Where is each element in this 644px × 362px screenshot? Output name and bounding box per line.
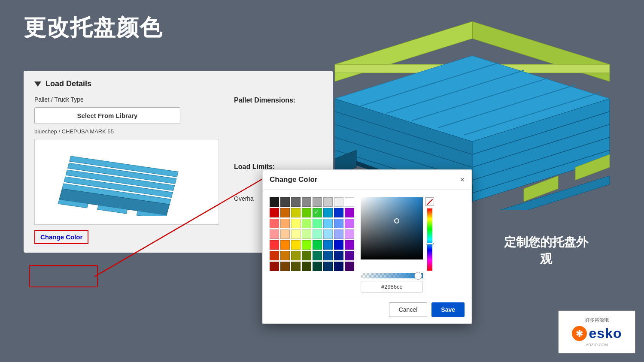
load-details-title: Load Details xyxy=(46,79,91,88)
color-swatch[interactable] xyxy=(334,229,343,239)
pallet-preview-box xyxy=(34,139,219,225)
color-swatch[interactable] xyxy=(334,251,343,260)
color-swatch[interactable] xyxy=(345,197,354,207)
color-swatch[interactable] xyxy=(291,208,301,217)
color-swatch[interactable] xyxy=(280,251,290,260)
load-details-header: Load Details xyxy=(34,79,322,88)
color-swatch[interactable] xyxy=(270,219,279,228)
color-swatch[interactable] xyxy=(313,229,322,239)
color-swatch[interactable] xyxy=(323,240,333,250)
color-swatch[interactable] xyxy=(313,219,322,228)
color-swatch[interactable] xyxy=(313,208,322,217)
color-swatch[interactable] xyxy=(323,251,333,260)
dialog-footer: Cancel Save xyxy=(263,298,471,323)
color-swatch[interactable] xyxy=(323,219,333,228)
color-swatch[interactable] xyxy=(302,219,311,228)
dialog-header: Change Color × xyxy=(263,170,471,190)
color-swatch[interactable] xyxy=(280,229,290,239)
color-swatch[interactable] xyxy=(291,240,301,250)
color-swatch[interactable] xyxy=(334,197,343,207)
color-swatch[interactable] xyxy=(302,208,311,217)
color-swatch[interactable] xyxy=(323,208,333,217)
color-swatch[interactable] xyxy=(334,262,343,271)
dialog-body xyxy=(263,190,471,298)
color-swatch[interactable] xyxy=(323,229,333,239)
opacity-bar[interactable] xyxy=(361,273,423,278)
hex-color-input[interactable] xyxy=(361,281,423,293)
color-picker-area xyxy=(361,197,434,293)
color-swatch[interactable] xyxy=(302,197,311,207)
color-swatch[interactable] xyxy=(313,251,322,260)
color-swatch[interactable] xyxy=(280,197,290,207)
color-swatch[interactable] xyxy=(313,197,322,207)
esko-brand: ✱ esko xyxy=(572,326,622,341)
pallet-dimensions-label: Pallet Dimensions: xyxy=(234,97,295,104)
color-swatch[interactable] xyxy=(291,229,301,239)
color-gradient-picker[interactable] xyxy=(361,197,423,259)
color-swatch[interactable] xyxy=(302,229,311,239)
color-swatch[interactable] xyxy=(291,262,301,271)
color-swatch[interactable] xyxy=(302,240,311,250)
color-swatch[interactable] xyxy=(270,197,279,207)
color-swatch[interactable] xyxy=(302,262,311,271)
color-swatch[interactable] xyxy=(270,240,279,250)
dialog-title: Change Color xyxy=(270,175,317,184)
color-swatch[interactable] xyxy=(334,219,343,228)
color-swatch[interactable] xyxy=(270,229,279,239)
hue-indicator xyxy=(426,243,434,244)
color-swatch[interactable] xyxy=(334,240,343,250)
no-color-icon[interactable] xyxy=(425,197,434,206)
color-swatch[interactable] xyxy=(345,251,354,260)
close-dialog-button[interactable]: × xyxy=(460,176,465,184)
esko-star-icon: ✱ xyxy=(572,326,587,341)
color-swatch[interactable] xyxy=(302,251,311,260)
color-swatches-grid xyxy=(270,197,354,293)
color-swatch[interactable] xyxy=(280,208,290,217)
change-color-dialog: Change Color × xyxy=(262,169,472,324)
save-button[interactable]: Save xyxy=(431,302,465,317)
color-swatch[interactable] xyxy=(323,197,333,207)
color-swatch[interactable] xyxy=(280,240,290,250)
color-swatch[interactable] xyxy=(313,240,322,250)
color-swatch[interactable] xyxy=(313,262,322,271)
color-swatch[interactable] xyxy=(323,262,333,271)
hue-bar[interactable] xyxy=(427,208,432,271)
color-swatch[interactable] xyxy=(345,208,354,217)
color-swatch[interactable] xyxy=(280,262,290,271)
page-title: 更改托盘颜色 xyxy=(24,13,163,43)
color-swatch[interactable] xyxy=(270,208,279,217)
cancel-button[interactable]: Cancel xyxy=(389,302,428,317)
opacity-bar-row xyxy=(361,273,434,278)
opacity-indicator xyxy=(414,272,422,280)
color-swatch[interactable] xyxy=(270,251,279,260)
color-swatch[interactable] xyxy=(345,219,354,228)
overhang-label: Overha xyxy=(234,195,254,202)
change-color-button[interactable]: Change Color xyxy=(34,230,88,244)
esko-bottom-text: ADZIO.COM xyxy=(586,343,608,347)
select-library-button[interactable]: Select From Library xyxy=(34,107,180,124)
esko-top-text: 好多咨源哦 xyxy=(585,317,609,323)
change-color-highlight xyxy=(29,265,98,287)
esko-logo: 好多咨源哦 ✱ esko ADZIO.COM xyxy=(558,311,635,353)
color-swatch[interactable] xyxy=(291,219,301,228)
pallet-name: bluechep / CHEPUSA MARK 55 xyxy=(34,128,322,135)
color-swatch[interactable] xyxy=(345,240,354,250)
color-swatch[interactable] xyxy=(291,197,301,207)
color-swatch[interactable] xyxy=(280,219,290,228)
color-swatch[interactable] xyxy=(345,229,354,239)
customize-text: 定制您的托盘外观 xyxy=(504,234,588,267)
color-swatch[interactable] xyxy=(270,262,279,271)
color-swatch[interactable] xyxy=(345,262,354,271)
color-swatch[interactable] xyxy=(334,208,343,217)
collapse-icon[interactable] xyxy=(34,81,41,87)
picker-dot xyxy=(394,218,399,223)
pallet-illustration xyxy=(45,148,208,216)
color-swatch[interactable] xyxy=(291,251,301,260)
esko-name: esko xyxy=(589,326,622,341)
